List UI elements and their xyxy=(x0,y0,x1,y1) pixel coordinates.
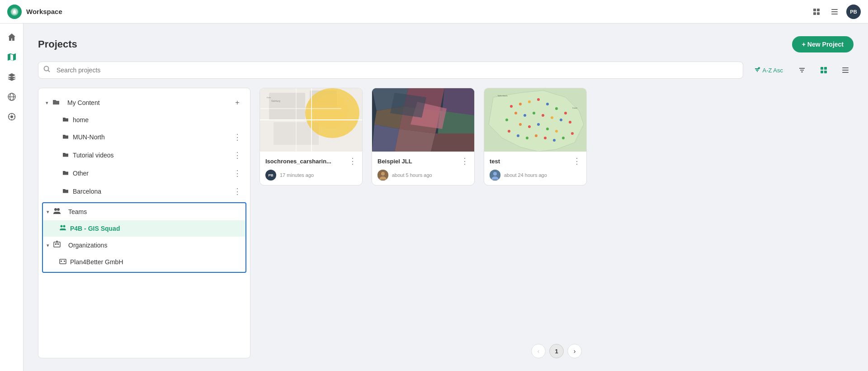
svg-rect-23 xyxy=(821,71,823,73)
project-card-test[interactable]: Netherlands Czech test ⋮ xyxy=(484,88,587,186)
tutorial-label: Tutorial videos xyxy=(73,152,114,159)
svg-rect-24 xyxy=(824,71,827,73)
svg-rect-39 xyxy=(64,261,65,262)
grid-icon-btn[interactable] xyxy=(810,5,823,18)
project-thumbnail-beispiel-jll xyxy=(372,88,474,152)
svg-rect-42 xyxy=(269,93,305,120)
rail-home-icon[interactable] xyxy=(4,29,20,45)
project-avatar-beispiel-jll xyxy=(377,170,388,181)
svg-text:Krein: Krein xyxy=(267,96,271,99)
list-icon-btn[interactable] xyxy=(828,5,841,18)
project-more-test[interactable]: ⋮ xyxy=(573,156,581,166)
my-content-label: My Content xyxy=(67,99,100,106)
home-folder-icon xyxy=(62,115,69,124)
svg-point-95 xyxy=(553,139,556,142)
project-time-isochrones: 17 minutes ago xyxy=(280,172,314,178)
sort-button[interactable]: A-Z Asc xyxy=(749,63,788,77)
project-info-isochrones: Isochrones_carsharin... ⋮ PB 17 minutes … xyxy=(260,152,362,185)
project-card-beispiel-jll[interactable]: Beispiel JLL ⋮ xyxy=(372,88,475,186)
svg-marker-60 xyxy=(372,124,399,152)
svg-rect-7 xyxy=(831,14,838,14)
svg-rect-27 xyxy=(842,72,849,73)
svg-point-87 xyxy=(537,123,540,126)
project-more-beispiel-jll[interactable]: ⋮ xyxy=(461,156,469,166)
svg-rect-21 xyxy=(821,67,823,70)
organizations-chevron: ▾ xyxy=(47,243,49,248)
svg-rect-25 xyxy=(842,67,849,68)
teams-label: Teams xyxy=(68,208,87,215)
search-container xyxy=(38,62,743,79)
mun-north-label: MUN-North xyxy=(73,133,105,141)
svg-rect-6 xyxy=(831,11,838,12)
svg-point-82 xyxy=(560,119,562,121)
projects-grid: Salzburg Krein Isochrones_carsharin... ⋮… xyxy=(259,88,854,335)
svg-point-77 xyxy=(514,112,517,114)
search-icon xyxy=(43,66,51,75)
other-more-button[interactable]: ⋮ xyxy=(232,168,243,179)
svg-point-71 xyxy=(519,103,522,105)
my-content-add-button[interactable]: + xyxy=(232,97,243,108)
p4b-label: P4B - GIS Squad xyxy=(70,225,120,232)
project-name-row-beispiel-jll: Beispiel JLL ⋮ xyxy=(377,156,469,166)
tree-item-mun-north[interactable]: MUN-North ⋮ xyxy=(38,128,250,146)
filter-button[interactable] xyxy=(794,62,810,78)
project-more-isochrones[interactable]: ⋮ xyxy=(349,156,357,166)
svg-point-76 xyxy=(564,112,567,114)
svg-rect-14 xyxy=(8,116,9,117)
project-name-row-isochrones: Isochrones_carsharin... ⋮ xyxy=(265,156,357,166)
my-content-section[interactable]: ▾ My Content + xyxy=(38,94,250,112)
project-name-isochrones: Isochrones_carsharin... xyxy=(265,158,331,165)
user-avatar-topbar[interactable]: PB xyxy=(846,5,861,19)
projects-area: Salzburg Krein Isochrones_carsharin... ⋮… xyxy=(259,88,854,358)
tree-item-plan4better[interactable]: Plan4Better GmbH xyxy=(43,254,245,270)
svg-point-90 xyxy=(508,130,510,133)
organizations-section[interactable]: ▾ Organizations xyxy=(43,237,245,254)
barcelona-more-button[interactable]: ⋮ xyxy=(232,186,243,197)
rail-layers-icon[interactable] xyxy=(4,69,20,85)
main-layout: Projects + New Project A-Z Asc xyxy=(0,24,868,371)
svg-point-83 xyxy=(569,121,571,124)
tree-item-tutorial-videos[interactable]: Tutorial videos ⋮ xyxy=(38,146,250,164)
tree-item-barcelona[interactable]: Barcelona ⋮ xyxy=(38,182,250,200)
svg-point-70 xyxy=(510,105,513,108)
grid-view-button[interactable] xyxy=(816,62,832,78)
mun-north-more-button[interactable]: ⋮ xyxy=(232,132,243,143)
svg-marker-56 xyxy=(442,88,474,115)
tutorial-folder-icon xyxy=(62,151,69,160)
prev-page-button[interactable]: ‹ xyxy=(531,344,546,358)
svg-rect-2 xyxy=(817,9,820,11)
app-logo[interactable] xyxy=(7,5,22,19)
svg-point-84 xyxy=(505,119,508,121)
project-card-isochrones[interactable]: Salzburg Krein Isochrones_carsharin... ⋮… xyxy=(259,88,363,186)
tree-item-p4b-gis-squad[interactable]: P4B - GIS Squad xyxy=(43,220,245,237)
svg-point-88 xyxy=(546,128,549,130)
list-view-button[interactable] xyxy=(837,62,854,78)
tree-item-home[interactable]: home xyxy=(38,112,250,128)
new-project-button[interactable]: + New Project xyxy=(792,36,854,52)
rail-map-icon[interactable] xyxy=(4,49,20,65)
barcelona-folder-icon xyxy=(62,187,69,196)
tutorial-more-button[interactable]: ⋮ xyxy=(232,150,243,161)
teams-section-wrapper: ▾ Teams xyxy=(42,202,246,273)
svg-rect-15 xyxy=(14,116,15,117)
rail-settings-icon[interactable] xyxy=(4,109,20,125)
svg-point-31 xyxy=(63,225,66,228)
svg-point-91 xyxy=(517,134,519,137)
teams-section[interactable]: ▾ Teams xyxy=(43,203,245,220)
rail-globe-icon[interactable] xyxy=(4,89,20,105)
teams-chevron: ▾ xyxy=(47,209,49,215)
pagination: ‹ 1 › xyxy=(259,344,854,358)
svg-point-79 xyxy=(533,112,535,114)
tree-item-other[interactable]: Other ⋮ xyxy=(38,164,250,182)
next-page-button[interactable]: › xyxy=(567,344,582,358)
project-time-beispiel-jll: about 5 hours ago xyxy=(392,172,432,178)
project-thumbnail-test: Netherlands Czech xyxy=(484,88,586,152)
organizations-icon xyxy=(53,240,61,250)
search-input[interactable] xyxy=(38,62,743,79)
svg-point-46 xyxy=(312,94,348,128)
other-label: Other xyxy=(73,170,89,177)
svg-rect-22 xyxy=(824,67,827,70)
icon-rail xyxy=(0,24,24,371)
svg-rect-13 xyxy=(11,119,12,120)
page-1-button[interactable]: 1 xyxy=(549,344,564,358)
